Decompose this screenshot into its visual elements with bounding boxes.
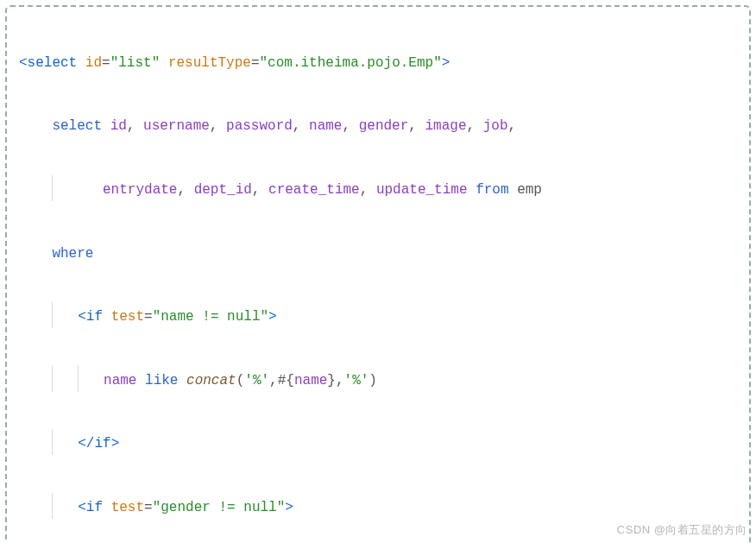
col: job — [483, 118, 508, 134]
col: id — [110, 118, 127, 134]
condition: name != null — [161, 309, 260, 325]
code-block: <select id="list" resultType="com.itheim… — [5, 5, 751, 543]
sql-select: select — [52, 118, 102, 134]
col: username — [143, 118, 210, 134]
param: name — [294, 373, 327, 388]
code-line: <if test="gender != null"> — [19, 492, 744, 524]
condition: gender != null — [161, 500, 276, 515]
attr-id: id — [85, 55, 102, 71]
attr-test: test — [111, 309, 144, 325]
col: password — [226, 118, 293, 134]
code-line: <if test="name != null"> — [19, 301, 744, 333]
col: update_time — [376, 182, 468, 198]
attr-value: com.itheima.pojo.Emp — [268, 55, 433, 71]
attr-resulttype: resultType — [168, 55, 251, 71]
table-name: emp — [517, 182, 542, 198]
string-literal: '%' — [344, 373, 369, 388]
col: dept_id — [194, 182, 252, 198]
code-line: <select id="list" resultType="com.itheim… — [19, 47, 744, 79]
sql-from: from — [476, 182, 508, 198]
col: name — [309, 118, 342, 134]
col: create_time — [268, 182, 360, 198]
code-line: name like concat('%',#{name},'%') — [19, 365, 744, 397]
function-concat: concat — [186, 373, 236, 388]
tag-select: select — [28, 55, 78, 71]
tag-if-close: if — [94, 436, 110, 451]
sql-like: like — [145, 373, 178, 388]
tag-bracket: < — [19, 55, 28, 71]
attr-value: list — [118, 55, 151, 71]
code-line: entrydate, dept_id, create_time, update_… — [19, 174, 744, 206]
watermark: CSDN @向着五星的方向 — [617, 522, 747, 538]
col: entrydate — [103, 182, 177, 198]
code-line: where — [19, 238, 744, 270]
col: image — [425, 118, 466, 134]
tag-if: if — [86, 309, 103, 325]
code-line: select id, username, password, name, gen… — [19, 110, 744, 142]
string-literal: '%' — [244, 373, 269, 388]
col: gender — [359, 118, 409, 134]
tag-if: if — [86, 500, 103, 515]
col: name — [104, 373, 136, 388]
sql-where: where — [52, 246, 93, 262]
attr-test: test — [111, 500, 144, 515]
code-line: </if> — [19, 428, 744, 460]
